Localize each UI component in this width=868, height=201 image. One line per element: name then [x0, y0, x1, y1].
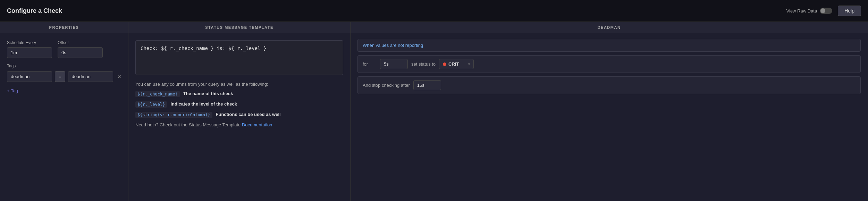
tag-row-0: = ✕ — [7, 71, 121, 82]
code-desc-1: Indicates the level of the check — [170, 101, 237, 107]
view-raw-data-label: View Raw Data — [786, 8, 817, 14]
status-dropdown[interactable]: CRIT ▾ — [439, 59, 474, 69]
properties-panel-body: Schedule Every Offset Tags = ✕ + Tag — [0, 33, 128, 201]
set-status-label: set status to — [411, 61, 436, 67]
for-label: for — [363, 61, 377, 67]
properties-panel: PROPERTIES Schedule Every Offset Tags = — [0, 22, 128, 201]
documentation-link[interactable]: Documentation — [242, 122, 272, 127]
schedule-offset-group: Schedule Every Offset — [7, 40, 121, 58]
stop-checking-row: And stop checking after — [357, 76, 861, 94]
properties-panel-heading: PROPERTIES — [0, 22, 128, 33]
header-actions: View Raw Data Help — [786, 6, 861, 16]
offset-field: Offset — [58, 40, 103, 58]
code-example-2: ${string(v: r.numericColumn)} Functions … — [135, 112, 343, 118]
doc-line: Need help? Check out the Status Message … — [135, 122, 343, 127]
template-panel-heading: STATUS MESSAGE TEMPLATE — [128, 22, 350, 33]
template-panel-body: Check: ${ r._check_name } is: ${ r._leve… — [128, 33, 350, 201]
help-text: You can use any columns from your query … — [135, 82, 343, 87]
status-value: CRIT — [448, 61, 466, 67]
chevron-down-icon: ▾ — [468, 62, 470, 66]
code-tag-2: ${string(v: r.numericColumn)} — [135, 112, 212, 118]
tags-section: Tags = ✕ + Tag — [7, 64, 121, 95]
view-raw-data-toggle[interactable] — [820, 8, 832, 14]
code-desc-0: The name of this check — [183, 91, 233, 96]
schedule-field: Schedule Every — [7, 40, 52, 58]
stop-checking-label: And stop checking after — [363, 83, 410, 88]
help-button[interactable]: Help — [838, 6, 861, 16]
toggle-knob — [820, 8, 825, 13]
schedule-input[interactable] — [7, 47, 52, 58]
code-tag-0: ${r._check_name} — [135, 91, 180, 97]
tag-equals-operator: = — [55, 71, 65, 82]
deadman-panel: DEADMAN When values are not reporting fo… — [351, 22, 868, 201]
offset-label: Offset — [58, 40, 103, 45]
template-textarea[interactable]: Check: ${ r._check_name } is: ${ r._leve… — [135, 40, 343, 75]
tag-key-input[interactable] — [7, 71, 52, 82]
offset-input[interactable] — [58, 47, 103, 58]
when-not-reporting-row: When values are not reporting — [357, 39, 861, 52]
crit-dot — [443, 62, 446, 66]
for-input[interactable] — [380, 59, 408, 69]
code-example-1: ${r._level} Indicates the level of the c… — [135, 101, 343, 108]
app-header: Configure a Check View Raw Data Help — [0, 0, 868, 22]
for-status-row: for set status to CRIT ▾ — [357, 55, 861, 73]
when-not-reporting-label: When values are not reporting — [363, 43, 856, 48]
schedule-label: Schedule Every — [7, 40, 52, 45]
view-raw-data-control: View Raw Data — [786, 8, 833, 14]
template-panel: STATUS MESSAGE TEMPLATE Check: ${ r._che… — [128, 22, 351, 201]
deadman-panel-heading: DEADMAN — [351, 22, 868, 33]
add-tag-button[interactable]: + Tag — [7, 87, 18, 95]
code-tag-1: ${r._level} — [135, 101, 167, 108]
tag-remove-button[interactable]: ✕ — [116, 73, 123, 81]
tags-label: Tags — [7, 64, 121, 68]
page-title: Configure a Check — [7, 7, 62, 15]
stop-checking-input[interactable] — [413, 80, 441, 90]
deadman-panel-body: When values are not reporting for set st… — [351, 33, 868, 100]
code-desc-2: Functions can be used as well — [216, 112, 281, 117]
code-example-0: ${r._check_name} The name of this check — [135, 91, 343, 97]
main-content: PROPERTIES Schedule Every Offset Tags = — [0, 22, 868, 201]
tag-value-input[interactable] — [68, 71, 113, 82]
